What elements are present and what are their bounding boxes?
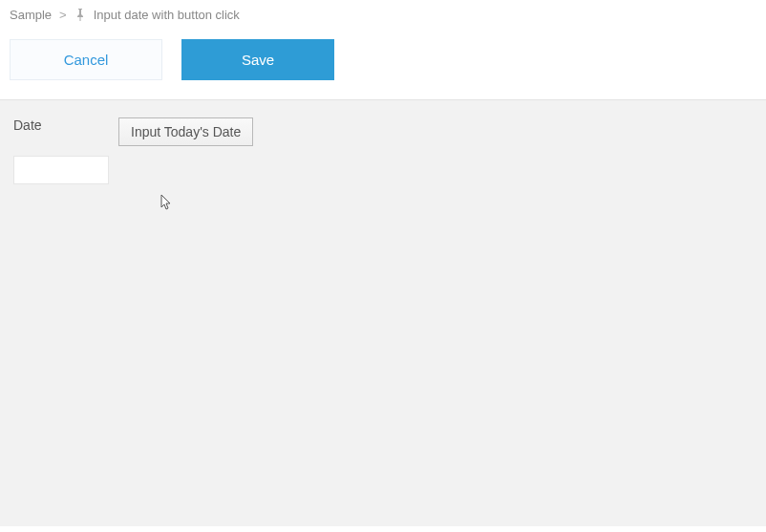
breadcrumb-separator: > <box>59 8 67 22</box>
breadcrumb-root[interactable]: Sample <box>10 8 52 22</box>
date-input[interactable] <box>13 156 109 184</box>
header-actions: Cancel Save <box>0 28 766 99</box>
date-label: Date <box>13 112 42 133</box>
main-area: Date Input Today's Date <box>0 99 766 526</box>
pin-icon <box>74 9 86 22</box>
input-todays-date-button[interactable]: Input Today's Date <box>118 117 253 146</box>
breadcrumb-current: Input date with button click <box>94 8 240 22</box>
cancel-button[interactable]: Cancel <box>10 39 162 80</box>
save-button[interactable]: Save <box>181 39 334 80</box>
breadcrumb: Sample > Input date with button click <box>0 0 766 28</box>
